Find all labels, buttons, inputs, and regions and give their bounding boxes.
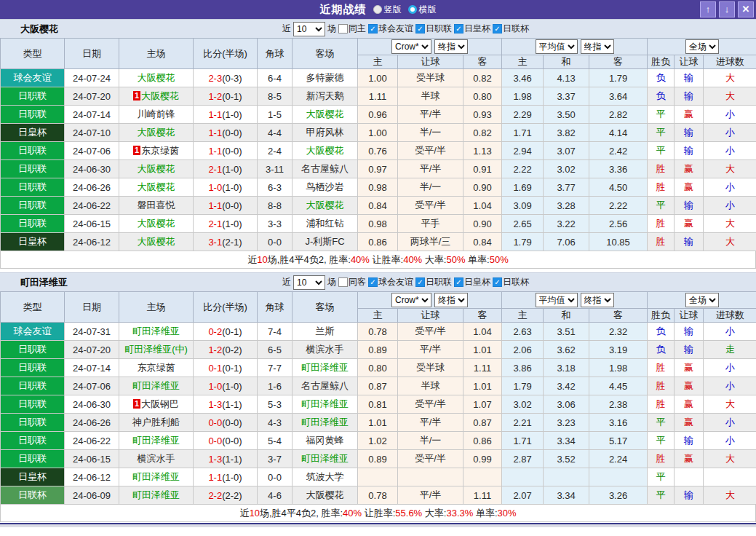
move-down-button[interactable]: ↓ — [719, 1, 735, 17]
checkbox-checked-icon[interactable]: ✓ — [368, 24, 378, 34]
league-filter-emperor-cup[interactable]: ✓ 日皇杯 — [454, 23, 490, 35]
average-select[interactable]: 平均值 — [536, 293, 578, 307]
home-team-name: 东京绿茵 — [141, 145, 179, 156]
league-filter-levain-cup[interactable]: ✓ 日联杯 — [493, 276, 529, 288]
move-up-button[interactable]: ↑ — [700, 1, 716, 17]
score-cell: 2-1(1-0) — [194, 160, 258, 178]
fulltime-score: 1-0 — [208, 182, 222, 193]
layout-option-vertical[interactable]: 竖版 — [373, 4, 402, 16]
score-cell: 1-0(1-0) — [194, 377, 258, 395]
layout-option-horizontal[interactable]: 横版 — [408, 4, 437, 16]
fulltime-select[interactable]: 全场 — [685, 39, 719, 54]
fulltime-score: 2-1 — [208, 164, 222, 175]
handicap-result-cell: 输 — [675, 486, 704, 505]
halftime-score: (0-2) — [222, 344, 242, 355]
result-cell: 胜 — [648, 233, 675, 251]
away-team-name: 鸟栖沙岩 — [306, 181, 344, 192]
checkbox-checked-icon[interactable]: ✓ — [368, 277, 378, 287]
league-filter-levain-cup[interactable]: ✓ 日联杯 — [493, 23, 529, 35]
checkbox-checked-icon[interactable]: ✓ — [493, 277, 502, 287]
checkbox-checked-icon[interactable]: ✓ — [454, 277, 463, 287]
result-cell: 胜 — [648, 450, 675, 468]
final-odds-select[interactable]: 终指 — [434, 39, 468, 54]
bookmaker-select[interactable]: Crow* — [391, 293, 431, 307]
league-filter-friendly[interactable]: ✓ 球会友谊 — [368, 23, 413, 35]
col-type: 类型 — [1, 39, 65, 69]
match-row: 日职联24-06-301大阪钢巴1-3(1-1)5-3町田泽维亚0.81受平/半… — [1, 395, 756, 414]
away-team-name: 町田泽维亚 — [301, 417, 349, 427]
host-odds-cell — [358, 468, 398, 486]
match-row: 日职联24-06-26神户胜利船0-0(0-0)4-3町田泽维亚1.01平/半0… — [1, 414, 756, 432]
fulltime-score: 2-2 — [208, 490, 222, 501]
checkbox-unchecked-icon[interactable] — [338, 24, 348, 34]
match-type-cell: 日职联 — [1, 106, 65, 124]
bookmaker-select[interactable]: Crow* — [391, 39, 431, 54]
match-type-cell: 球会友谊 — [1, 69, 65, 87]
league-filter-emperor-cup[interactable]: ✓ 日皇杯 — [454, 276, 490, 288]
checkbox-checked-icon[interactable]: ✓ — [415, 277, 425, 287]
checkbox-checked-icon[interactable]: ✓ — [415, 24, 425, 34]
score-cell: 3-1(2-1) — [194, 233, 258, 251]
summary-value: 40% — [343, 508, 362, 519]
col-handicap-result: 让球 — [675, 55, 704, 69]
checkbox-unchecked-icon[interactable] — [338, 277, 348, 287]
home-team-cell: 町田泽维亚(中) — [119, 341, 194, 359]
league-filter-friendly[interactable]: ✓ 球会友谊 — [368, 276, 413, 288]
corner-cell: 3-11 — [258, 160, 293, 178]
vertical-layout-label: 竖版 — [384, 4, 402, 16]
radio-unselected-icon[interactable] — [408, 5, 417, 14]
same-venue-filter[interactable]: 同客 — [338, 276, 366, 288]
close-button[interactable]: ✕ — [738, 1, 754, 17]
col-avg-draw: 和 — [544, 55, 589, 69]
halftime-score: (0-1) — [222, 363, 242, 374]
guest-odds-cell: 0.93 — [463, 106, 502, 124]
away-team-name: 新泻天鹅 — [306, 90, 344, 101]
final-odds-select[interactable]: 终指 — [434, 293, 468, 307]
fulltime-score: 3-1 — [208, 237, 222, 248]
handicap-result-cell: 赢 — [675, 395, 704, 414]
home-team-name: 东京绿茵 — [138, 362, 175, 373]
home-team-cell: 大阪樱花 — [119, 124, 194, 142]
final-odds-select[interactable]: 终指 — [581, 39, 614, 54]
match-type-cell: 日职联 — [1, 197, 65, 215]
avg-draw-cell: 3.77 — [544, 178, 589, 197]
summary-value: 40% — [403, 254, 422, 265]
match-date-cell: 24-07-31 — [65, 323, 119, 341]
team-section-cerezo-osaka: 大阪樱花 近 10 场 同主 ✓ 球会友谊 ✓ 日职联 ✓ — [0, 19, 756, 269]
avg-host-cell: 3.46 — [502, 69, 544, 87]
avg-guest-cell: 2.22 — [589, 197, 648, 215]
halftime-score: (0-0) — [222, 436, 242, 446]
score-cell: 1-1(1-0) — [194, 106, 258, 124]
match-count-select[interactable]: 10 — [293, 275, 325, 290]
match-type-cell: 日联杯 — [1, 486, 65, 505]
final-odds-select[interactable]: 终指 — [581, 293, 614, 307]
handicap-cell: 半/一 — [398, 124, 463, 142]
away-team-name: 大阪樱花 — [306, 109, 344, 119]
goals-cell: 大 — [704, 160, 756, 178]
league-filter-jleague[interactable]: ✓ 日职联 — [415, 23, 452, 35]
halftime-score: (0-0) — [222, 417, 242, 428]
match-count-select[interactable]: 10 — [293, 22, 325, 36]
fulltime-select[interactable]: 全场 — [685, 293, 719, 307]
checkbox-checked-icon[interactable]: ✓ — [454, 24, 463, 34]
host-odds-cell: 0.98 — [358, 178, 398, 197]
home-team-cell: 町田泽维亚 — [119, 468, 194, 486]
avg-guest-cell: 5.17 — [589, 432, 648, 450]
corner-cell: 8-5 — [258, 87, 293, 106]
away-team-cell: 名古屋鲸八 — [293, 377, 358, 395]
near-label: 近 — [282, 276, 291, 288]
checkbox-checked-icon[interactable]: ✓ — [493, 24, 502, 34]
avg-host-cell: 2.21 — [502, 414, 544, 432]
matches-label: 场 — [327, 23, 336, 35]
match-row: 日皇杯24-06-12町田泽维亚1-1(1-0)0-0筑波大学平 — [1, 468, 756, 486]
league-filter-jleague[interactable]: ✓ 日职联 — [415, 276, 452, 288]
home-team-name: 大阪樱花 — [138, 163, 175, 174]
average-select[interactable]: 平均值 — [536, 39, 578, 54]
result-cell: 胜 — [648, 377, 675, 395]
radio-selected-icon[interactable] — [373, 5, 382, 14]
handicap-result-cell: 赢 — [675, 215, 704, 233]
match-row: 日职联24-07-20町田泽维亚(中)1-2(0-2)6-5横滨水手0.89平/… — [1, 341, 756, 359]
handicap-cell: 受半球 — [398, 359, 463, 377]
home-team-cell: 大阪樱花 — [119, 233, 194, 251]
same-venue-filter[interactable]: 同主 — [338, 23, 366, 35]
